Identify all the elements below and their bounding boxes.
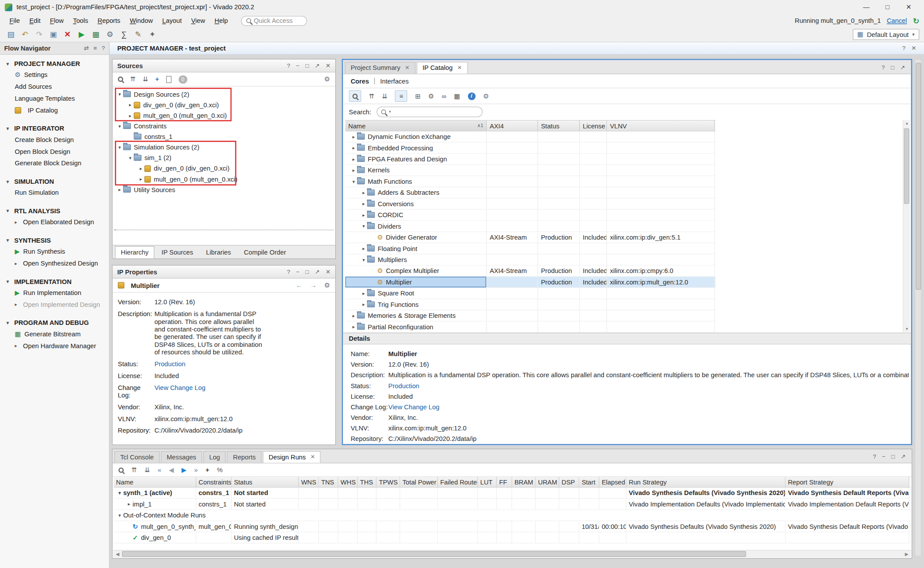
search-icon[interactable] [118, 76, 123, 82]
flownav-item-add-sources[interactable]: Add Sources [0, 80, 109, 92]
column-header-bram[interactable]: BRAM [512, 477, 536, 487]
tab-ip-sources[interactable]: IP Sources [156, 246, 199, 259]
close-icon[interactable]: ✕ [311, 454, 315, 460]
tab-design-runs[interactable]: Design Runs✕ [263, 451, 321, 463]
minimize-icon[interactable]: − [882, 454, 886, 459]
scroll-down-icon[interactable]: ▾ [903, 327, 910, 331]
catalog-row-floating-point[interactable]: ▸Floating Point [345, 243, 715, 254]
sources-item-constrs-1[interactable]: constrs_1 [113, 131, 335, 142]
maximize-icon[interactable]: ↗ [315, 63, 319, 69]
add-repository-icon[interactable]: ⊞ [415, 93, 420, 99]
chevron-right-icon[interactable]: ▸ [350, 145, 357, 150]
flownav-item-generate-block-design[interactable]: Generate Block Design [0, 157, 109, 169]
tab-tcl-console[interactable]: Tcl Console [114, 451, 160, 463]
undo-icon[interactable]: ↶ [19, 29, 31, 40]
float-icon[interactable]: □ [305, 63, 309, 69]
flownav-item-ip-catalog[interactable]: IP Catalog [0, 104, 109, 116]
column-header-run-strategy[interactable]: Run Strategy [627, 477, 786, 487]
menu-view[interactable]: View [187, 16, 210, 25]
subtab-interfaces[interactable]: Interfaces [380, 77, 409, 84]
catalog-row-dividers[interactable]: ▾Dividers [345, 221, 715, 232]
chevron-right-icon[interactable]: ▸ [360, 302, 367, 307]
catalog-search-input[interactable]: ▾ [377, 106, 483, 117]
run-icon[interactable]: ▶ [182, 466, 187, 473]
abort-icon[interactable]: ✕ [61, 29, 73, 40]
chevron-right-icon[interactable]: ▸ [127, 113, 134, 118]
collapse-all-icon[interactable]: ⇈ [132, 466, 137, 473]
catalog-row-kernels[interactable]: ▸Kernels [345, 165, 715, 176]
sources-item-div-gen-0-div-gen-0-xci[interactable]: ▸div_gen_0 (div_gen_0.xci) [113, 99, 335, 110]
minimize-icon[interactable]: − [296, 63, 300, 69]
scrollbar-thumb[interactable] [122, 551, 746, 557]
swap-icon[interactable]: ⇄ [84, 45, 88, 51]
column-header-license[interactable]: License [580, 121, 607, 131]
flownav-item-run-implementation[interactable]: ▶Run Implementation [0, 287, 109, 299]
flownav-section-project-manager[interactable]: ▾PROJECT MANAGER [0, 58, 109, 69]
gear-icon[interactable]: ⚙ [324, 282, 330, 289]
column-header-vlnv[interactable]: VLNV [607, 121, 715, 131]
flownav-item-language-templates[interactable]: Language Templates [0, 92, 109, 104]
customize-ip-icon[interactable]: ⚙ [428, 93, 434, 99]
flownav-item-run-synthesis[interactable]: ▶Run Synthesis [0, 245, 109, 257]
tab-libraries[interactable]: Libraries [200, 246, 237, 259]
file-filter-icon[interactable] [166, 76, 172, 83]
board-icon[interactable]: ▦ [90, 29, 102, 40]
catalog-row-cordic[interactable]: ▸CORDIC [345, 210, 715, 221]
search-icon-box[interactable] [349, 90, 361, 102]
cancel-link[interactable]: Cancel [887, 17, 907, 24]
field-value[interactable]: View Change Log [389, 403, 909, 411]
column-header-lut[interactable]: LUT [478, 477, 497, 487]
collapse-all-icon[interactable]: ⇈ [130, 76, 136, 83]
menu-help[interactable]: Help [210, 16, 233, 25]
pencil-icon[interactable]: ✎ [132, 29, 144, 40]
create-run-icon[interactable]: + [205, 466, 209, 473]
sources-item-mult-gen-0-mult-gen-0-xci[interactable]: ▸mult_gen_0 (mult_gen_0.xci) [113, 174, 335, 184]
sources-item-constraints[interactable]: ▾Constraints [113, 121, 335, 131]
float-icon[interactable]: □ [891, 454, 895, 459]
horizontal-scrollbar[interactable]: ◀ ▶ [113, 550, 911, 557]
column-header-report-strategy[interactable]: Report Strategy [785, 477, 909, 487]
help-icon[interactable]: ? [873, 454, 876, 459]
flownav-section-synthesis[interactable]: ▾SYNTHESIS [0, 234, 109, 245]
menu-flow[interactable]: Flow [45, 16, 69, 25]
field-value[interactable]: View Change Log [154, 384, 266, 399]
tab-reports[interactable]: Reports [227, 451, 261, 463]
help-icon[interactable]: ? [882, 65, 885, 70]
tab-hierarchy[interactable]: Hierarchy [115, 246, 154, 259]
settings-icon[interactable]: ⚙ [104, 29, 116, 40]
chevron-right-icon[interactable]: ▸ [125, 501, 132, 506]
subtab-cores[interactable]: Cores [351, 77, 369, 84]
sources-item-simulation-sources-2[interactable]: ▾Simulation Sources (2) [113, 142, 335, 153]
column-header-wns[interactable]: WNS [299, 477, 319, 487]
tab-messages[interactable]: Messages [161, 451, 202, 463]
flownav-section-implementation[interactable]: ▾IMPLEMENTATION [0, 276, 109, 287]
scroll-left-icon[interactable]: ◀ [113, 551, 122, 557]
help-icon[interactable]: ? [102, 45, 105, 51]
field-value[interactable]: Production [154, 360, 266, 368]
flownav-item-generate-bitstream[interactable]: ▦Generate Bitstream [0, 328, 109, 340]
messages-badge[interactable]: 0 [179, 75, 187, 84]
column-header-total-power[interactable]: Total Power [400, 477, 438, 487]
flownav-item-open-block-design[interactable]: Open Block Design [0, 146, 109, 157]
scrollbar-track[interactable] [122, 550, 902, 557]
chevron-right-icon[interactable]: ▸ [137, 176, 144, 182]
column-header-start[interactable]: Start [579, 477, 600, 487]
chevron-down-icon[interactable]: ▾ [360, 223, 367, 229]
chevron-down-icon[interactable]: ▾ [116, 91, 123, 97]
probe-icon[interactable]: ✦ [146, 29, 158, 40]
help-icon[interactable]: ? [287, 269, 290, 274]
catalog-scrollbar[interactable]: ▴ ▾ [903, 120, 910, 332]
flownav-section-simulation[interactable]: ▾SIMULATION [0, 175, 109, 186]
minimize-icon[interactable]: − [296, 269, 300, 274]
layout-selector[interactable]: ▦ Default Layout ▾ [852, 29, 919, 40]
column-header-name[interactable]: Name [114, 477, 196, 487]
sources-item-div-gen-0-div-gen-0-xci[interactable]: ▸div_gen_0 (div_gen_0.xci) [113, 163, 335, 174]
chevron-down-icon[interactable]: ▾ [116, 145, 123, 150]
catalog-row-divider-generator[interactable]: ⚙Divider GeneratorAXI4-StreamProductionI… [345, 232, 715, 243]
info-icon[interactable]: i [468, 92, 475, 100]
close-icon[interactable]: ✕ [457, 65, 462, 70]
chevron-right-icon[interactable]: ▸ [116, 187, 123, 192]
float-icon[interactable]: □ [305, 269, 309, 274]
chevron-down-icon[interactable]: ▾ [116, 513, 123, 518]
column-header-constraints[interactable]: Constraints [196, 477, 231, 487]
